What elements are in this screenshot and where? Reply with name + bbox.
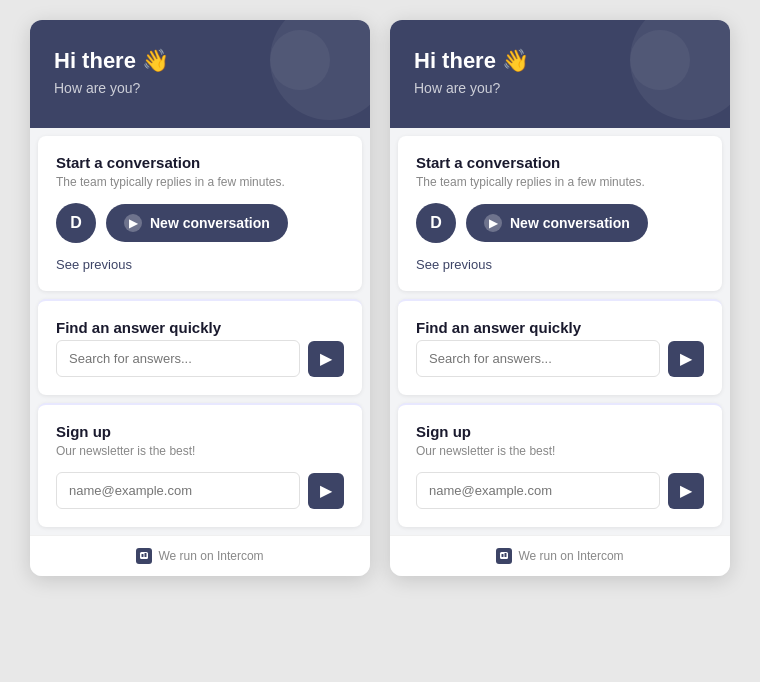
search-button[interactable]: ▶ <box>668 341 704 377</box>
svg-rect-0 <box>140 552 148 559</box>
conversation-card: Start a conversation The team typically … <box>398 136 722 291</box>
widget-footer: We run on Intercom <box>390 535 730 576</box>
avatar: D <box>56 203 96 243</box>
signup-card-subtitle: Our newsletter is the best! <box>56 444 344 458</box>
svg-rect-1 <box>142 554 144 557</box>
submit-arrow-icon: ▶ <box>680 481 692 500</box>
email-input[interactable] <box>416 472 660 509</box>
email-row: ▶ <box>416 472 704 509</box>
signup-card: Sign up Our newsletter is the best! ▶ <box>398 403 722 527</box>
conversation-card-title: Start a conversation <box>56 154 344 171</box>
btn-arrow-icon: ▶ <box>124 214 142 232</box>
btn-arrow-icon: ▶ <box>484 214 502 232</box>
page-wrapper: Hi there 👋 How are you? Start a conversa… <box>0 0 760 682</box>
footer-label: We run on Intercom <box>158 549 263 563</box>
widget-body: Start a conversation The team typically … <box>30 128 370 535</box>
conversation-card-title: Start a conversation <box>416 154 704 171</box>
widget-body: Start a conversation The team typically … <box>390 128 730 535</box>
search-card-title: Find an answer quickly <box>416 319 704 336</box>
signup-card-title: Sign up <box>416 423 704 440</box>
signup-card-title: Sign up <box>56 423 344 440</box>
header-subtitle: How are you? <box>414 80 706 96</box>
conversation-card-subtitle: The team typically replies in a few minu… <box>56 175 344 189</box>
new-conversation-label: New conversation <box>150 215 270 231</box>
search-arrow-icon: ▶ <box>320 349 332 368</box>
conversation-actions: D ▶ New conversation <box>416 203 704 243</box>
signup-submit-button[interactable]: ▶ <box>668 473 704 509</box>
widget-header: Hi there 👋 How are you? <box>390 20 730 128</box>
submit-arrow-icon: ▶ <box>320 481 332 500</box>
header-greeting: Hi there 👋 <box>54 48 346 74</box>
search-button[interactable]: ▶ <box>308 341 344 377</box>
conversation-card-subtitle: The team typically replies in a few minu… <box>416 175 704 189</box>
search-arrow-icon: ▶ <box>680 349 692 368</box>
svg-rect-4 <box>502 554 504 557</box>
avatar: D <box>416 203 456 243</box>
svg-rect-3 <box>500 552 508 559</box>
header-greeting: Hi there 👋 <box>414 48 706 74</box>
header-subtitle: How are you? <box>54 80 346 96</box>
conversation-card: Start a conversation The team typically … <box>38 136 362 291</box>
search-input[interactable] <box>416 340 660 377</box>
new-conversation-button[interactable]: ▶ New conversation <box>466 204 648 242</box>
svg-rect-5 <box>505 553 507 557</box>
signup-card-subtitle: Our newsletter is the best! <box>416 444 704 458</box>
widget-header: Hi there 👋 How are you? <box>30 20 370 128</box>
svg-rect-2 <box>145 553 147 557</box>
search-input[interactable] <box>56 340 300 377</box>
signup-submit-button[interactable]: ▶ <box>308 473 344 509</box>
search-row: ▶ <box>56 340 344 377</box>
search-card: Find an answer quickly ▶ <box>38 299 362 395</box>
widget-2: Hi there 👋 How are you? Start a conversa… <box>390 20 730 576</box>
footer-label: We run on Intercom <box>518 549 623 563</box>
widget-1: Hi there 👋 How are you? Start a conversa… <box>30 20 370 576</box>
email-input[interactable] <box>56 472 300 509</box>
widget-footer: We run on Intercom <box>30 535 370 576</box>
intercom-icon <box>496 548 512 564</box>
search-card: Find an answer quickly ▶ <box>398 299 722 395</box>
see-previous-link[interactable]: See previous <box>416 257 492 272</box>
search-row: ▶ <box>416 340 704 377</box>
new-conversation-button[interactable]: ▶ New conversation <box>106 204 288 242</box>
conversation-actions: D ▶ New conversation <box>56 203 344 243</box>
search-card-title: Find an answer quickly <box>56 319 344 336</box>
email-row: ▶ <box>56 472 344 509</box>
intercom-icon <box>136 548 152 564</box>
see-previous-link[interactable]: See previous <box>56 257 132 272</box>
signup-card: Sign up Our newsletter is the best! ▶ <box>38 403 362 527</box>
new-conversation-label: New conversation <box>510 215 630 231</box>
